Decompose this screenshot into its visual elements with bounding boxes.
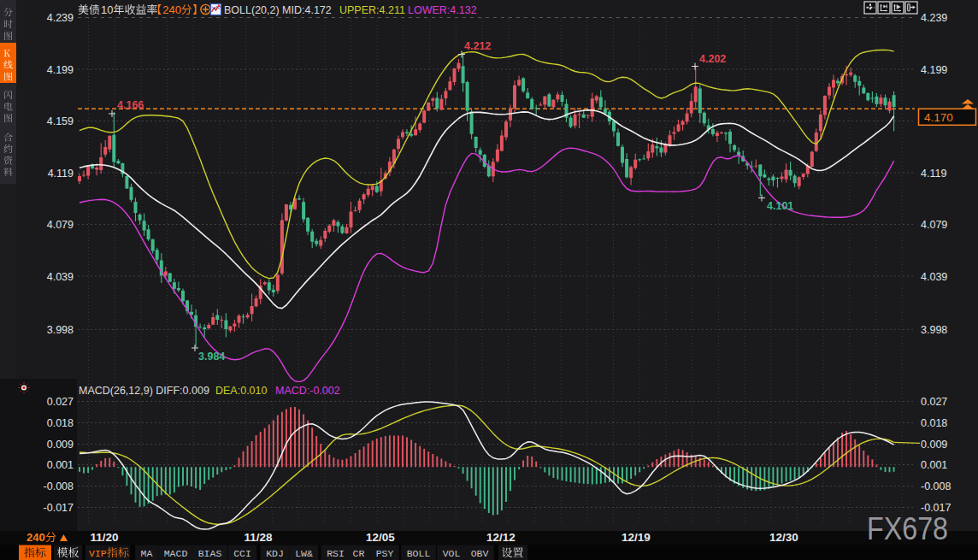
svg-text:BIAS: BIAS [198, 548, 222, 559]
svg-text:0.027: 0.027 [921, 396, 947, 408]
svg-text:4.239: 4.239 [47, 12, 74, 24]
svg-text:12/30: 12/30 [769, 531, 798, 544]
svg-text:240: 240 [162, 3, 181, 16]
svg-text:4.166: 4.166 [117, 99, 144, 111]
svg-text:3.984: 3.984 [198, 351, 225, 363]
svg-text:4.199: 4.199 [921, 64, 947, 76]
svg-text:12/12: 12/12 [486, 531, 516, 544]
svg-text:4.212: 4.212 [464, 40, 491, 52]
svg-text:LOWER:4.132: LOWER:4.132 [408, 4, 477, 16]
svg-text:0.001: 0.001 [47, 459, 74, 471]
svg-text:FX678: FX678 [867, 511, 948, 546]
svg-text:4.239: 4.239 [921, 12, 947, 24]
svg-text:11/28: 11/28 [244, 531, 273, 544]
svg-text:4.039: 4.039 [47, 271, 74, 283]
svg-text:3.998: 3.998 [921, 324, 947, 336]
svg-text:4.101: 4.101 [767, 200, 793, 212]
svg-text:12/19: 12/19 [622, 531, 651, 544]
svg-text:-0.008: -0.008 [44, 480, 74, 492]
svg-text:12/05: 12/05 [366, 531, 395, 544]
svg-text:0.001: 0.001 [921, 459, 947, 471]
svg-text:MACD: MACD [164, 548, 188, 559]
svg-text:OBV: OBV [471, 548, 489, 559]
svg-text:MA: MA [141, 548, 153, 559]
svg-text:3.998: 3.998 [47, 324, 74, 336]
svg-text:4.159: 4.159 [47, 115, 74, 127]
svg-text:4.202: 4.202 [699, 53, 726, 65]
svg-text:LW&: LW& [295, 548, 313, 559]
svg-text:CCI: CCI [233, 548, 251, 559]
svg-text:BOLL: BOLL [407, 548, 431, 559]
svg-text:UPPER:4.211: UPPER:4.211 [339, 4, 405, 16]
svg-text:4.079: 4.079 [47, 219, 74, 231]
svg-text:RSI: RSI [327, 548, 345, 559]
svg-text:10: 10 [101, 3, 113, 16]
svg-text:240: 240 [27, 531, 45, 544]
svg-text:0.018: 0.018 [921, 417, 947, 429]
svg-text:VIP: VIP [89, 548, 107, 559]
svg-text:KDJ: KDJ [266, 548, 284, 559]
svg-text:0.009: 0.009 [921, 439, 947, 451]
svg-text:DEA:0.010: DEA:0.010 [215, 385, 268, 397]
svg-text:VOL: VOL [443, 548, 461, 559]
svg-text:0.018: 0.018 [47, 417, 74, 429]
svg-text:-0.017: -0.017 [44, 502, 74, 514]
svg-text:PSY: PSY [376, 548, 394, 559]
svg-text:4.079: 4.079 [921, 219, 947, 231]
svg-text:-0.008: -0.008 [921, 480, 951, 492]
svg-text:11/20: 11/20 [90, 531, 118, 544]
svg-text:CR: CR [353, 548, 365, 559]
svg-text:4.119: 4.119 [48, 168, 74, 180]
svg-text:0.027: 0.027 [47, 396, 74, 408]
svg-text:4.199: 4.199 [47, 64, 74, 76]
svg-text:4.119: 4.119 [921, 168, 946, 180]
svg-text:4.170: 4.170 [924, 111, 953, 124]
svg-text:BOLL(20,2) MID:4.172: BOLL(20,2) MID:4.172 [224, 4, 332, 16]
svg-text:MACD(26,12,9) DIFF:0.009: MACD(26,12,9) DIFF:0.009 [79, 385, 209, 397]
svg-text:MACD:-0.002: MACD:-0.002 [275, 385, 340, 397]
svg-text:0.009: 0.009 [47, 439, 74, 451]
svg-text:4.039: 4.039 [921, 271, 947, 283]
